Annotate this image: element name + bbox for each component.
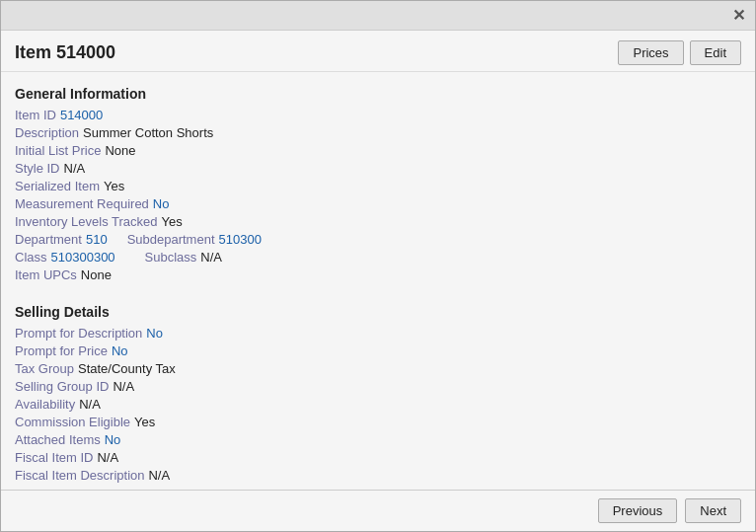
field-attached-items: Attached Items No — [15, 432, 741, 447]
selling-group-id-value: N/A — [113, 379, 134, 394]
prices-button[interactable]: Prices — [618, 40, 683, 65]
next-button[interactable]: Next — [685, 498, 741, 523]
field-dept-row: Department 510 Subdepartment 510300 — [15, 232, 741, 247]
style-id-value: N/A — [64, 161, 86, 176]
class-value: 510300300 — [51, 250, 115, 265]
availability-label: Availability — [15, 397, 75, 412]
prompt-price-label: Prompt for Price — [15, 343, 108, 358]
dept-label: Department — [15, 232, 82, 247]
fiscal-item-id-value: N/A — [97, 450, 118, 465]
item-upcs-label: Item UPCs — [15, 267, 77, 282]
field-serialized-item: Serialized Item Yes — [15, 179, 741, 193]
field-prompt-description: Prompt for Description No — [15, 326, 741, 341]
availability-value: N/A — [79, 397, 101, 412]
inventory-levels-label: Inventory Levels Tracked — [15, 214, 158, 229]
dialog-header: Item 514000 Prices Edit — [1, 31, 755, 72]
general-info-title: General Information — [15, 86, 741, 102]
subdept-value: 510300 — [219, 232, 262, 247]
item-dialog: ✕ Item 514000 Prices Edit General Inform… — [0, 0, 756, 532]
prompt-desc-label: Prompt for Description — [15, 326, 142, 341]
dept-value: 510 — [86, 232, 108, 247]
field-fiscal-item-id: Fiscal Item ID N/A — [15, 450, 741, 465]
field-measurement-required: Measurement Required No — [15, 196, 741, 211]
subclass-value: N/A — [200, 250, 222, 265]
content-area[interactable]: General Information Item ID 514000 Descr… — [1, 72, 755, 490]
field-item-upcs: Item UPCs None — [15, 267, 741, 282]
header-buttons: Prices Edit — [618, 40, 741, 65]
subclass-label: Subclass — [145, 250, 197, 265]
class-label: Class — [15, 250, 47, 265]
selling-details-title: Selling Details — [15, 304, 741, 320]
title-bar: ✕ — [1, 1, 755, 31]
field-initial-list-price: Initial List Price None — [15, 143, 741, 158]
field-item-id: Item ID 514000 — [15, 108, 741, 122]
previous-button[interactable]: Previous — [598, 498, 678, 523]
close-button[interactable]: ✕ — [732, 8, 745, 24]
field-inventory-levels: Inventory Levels Tracked Yes — [15, 214, 741, 229]
prompt-desc-value: No — [146, 326, 163, 341]
description-value: Summer Cotton Shorts — [83, 125, 213, 140]
prompt-price-value: No — [112, 343, 128, 358]
selling-group-id-label: Selling Group ID — [15, 379, 109, 394]
fiscal-item-desc-label: Fiscal Item Description — [15, 468, 144, 483]
field-class-row: Class 510300300 Subclass N/A — [15, 250, 741, 265]
field-tax-group: Tax Group State/County Tax — [15, 361, 741, 376]
subdept-label: Subdepartment — [127, 232, 215, 247]
tax-group-value: State/County Tax — [78, 361, 176, 376]
initial-list-price-value: None — [105, 143, 135, 158]
field-prompt-price: Prompt for Price No — [15, 343, 741, 358]
field-availability: Availability N/A — [15, 397, 741, 412]
field-fiscal-item-desc: Fiscal Item Description N/A — [15, 468, 741, 483]
measurement-required-label: Measurement Required — [15, 196, 149, 211]
serialized-item-label: Serialized Item — [15, 179, 100, 193]
field-description: Description Summer Cotton Shorts — [15, 125, 741, 140]
description-label: Description — [15, 125, 79, 140]
commission-eligible-value: Yes — [134, 415, 155, 429]
edit-button[interactable]: Edit — [690, 40, 741, 65]
initial-list-price-label: Initial List Price — [15, 143, 101, 158]
field-selling-group-id: Selling Group ID N/A — [15, 379, 741, 394]
item-id-value: 514000 — [60, 108, 103, 122]
fiscal-item-id-label: Fiscal Item ID — [15, 450, 93, 465]
serialized-item-value: Yes — [104, 179, 124, 193]
inventory-levels-value: Yes — [162, 214, 183, 229]
item-upcs-value: None — [81, 267, 112, 282]
dialog-title: Item 514000 — [15, 42, 115, 63]
field-style-id: Style ID N/A — [15, 161, 741, 176]
commission-eligible-label: Commission Eligible — [15, 415, 130, 429]
dialog-footer: Previous Next — [1, 490, 755, 531]
attached-items-value: No — [105, 432, 121, 447]
style-id-label: Style ID — [15, 161, 60, 176]
measurement-required-value: No — [153, 196, 170, 211]
field-commission-eligible: Commission Eligible Yes — [15, 415, 741, 429]
attached-items-label: Attached Items — [15, 432, 101, 447]
tax-group-label: Tax Group — [15, 361, 74, 376]
fiscal-item-desc-value: N/A — [148, 468, 170, 483]
item-id-label: Item ID — [15, 108, 56, 122]
